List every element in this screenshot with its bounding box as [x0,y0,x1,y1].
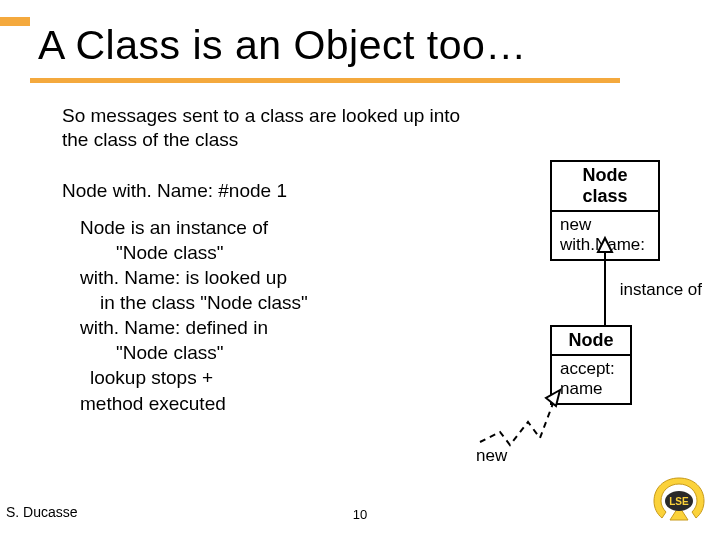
accent-bar [0,17,30,26]
detail-line: with. Name: defined in [80,315,420,340]
detail-line: with. Name: is looked up [80,265,420,290]
detail-line: Node is an instance of [80,215,420,240]
detail-line: "Node class" [80,340,420,365]
logo-text: LSE [669,496,689,507]
details-block: Node is an instance of "Node class" with… [80,215,420,416]
detail-line: "Node class" [80,240,420,265]
detail-line: method executed [80,391,420,416]
new-message-arrow-icon [480,398,555,445]
lse-logo-icon: LSE [652,476,706,526]
diagram-svg [460,160,700,460]
footer-page-number: 10 [353,507,367,522]
intro-text: So messages sent to a class are looked u… [62,104,482,152]
slide: A Class is an Object too… So messages se… [0,0,720,540]
title-underline [30,78,620,83]
arrowhead-icon [546,390,560,406]
code-example: Node with. Name: #node 1 [62,180,287,202]
detail-line: lookup stops + [80,365,420,390]
arrowhead-icon [598,238,612,252]
new-label: new [476,446,507,466]
instanceof-label: instance of [620,280,702,300]
page-title: A Class is an Object too… [38,22,527,69]
detail-line: in the class "Node class" [80,290,420,315]
diagram: Node class new with.Name: Node accept: n… [460,160,700,460]
footer-author: S. Ducasse [6,504,78,520]
